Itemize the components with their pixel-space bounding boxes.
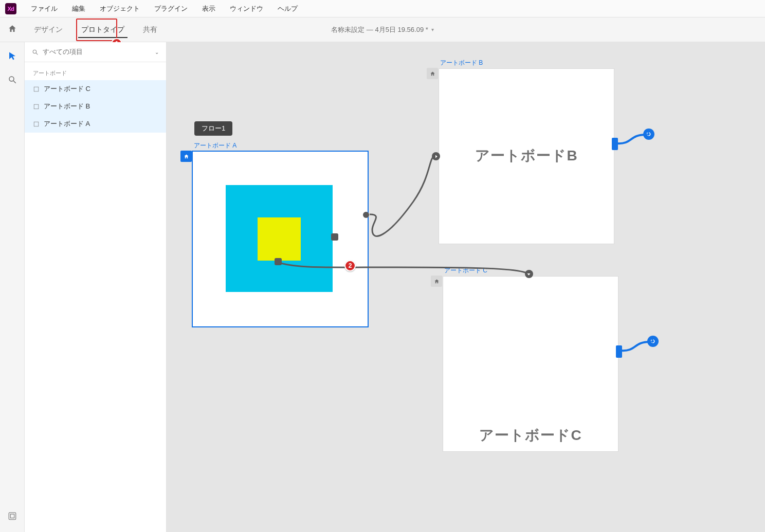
menu-help[interactable]: ヘルプ [278,4,298,13]
layers-panel: すべての項目 ⌄ アートボード アートボード C アートボード B アートボード… [25,42,167,532]
menu-plugins[interactable]: プラグイン [154,4,188,13]
app-menubar: Xd ファイル 編集 オブジェクト プラグイン 表示 ウィンドウ ヘルプ [0,0,765,17]
artboard-a[interactable]: アートボード A [193,152,368,326]
home-icon[interactable] [0,24,25,35]
artboard-icon [33,103,40,110]
artboard-home-icon[interactable] [427,68,438,79]
svg-rect-2 [9,512,16,520]
artboard-c[interactable]: アートボード C アートボードC [443,277,618,451]
artboard-icon [33,86,40,93]
layer-item-label: アートボード B [44,102,90,111]
layers-search-placeholder: すべての項目 [43,47,151,57]
svg-rect-8 [34,122,39,126]
menu-window[interactable]: ウィンドウ [230,4,263,13]
search-icon [32,49,39,56]
shape-yellow-square[interactable] [258,217,301,261]
svg-line-1 [13,81,16,83]
menu-file[interactable]: ファイル [31,4,58,13]
wire-source-handle[interactable] [275,258,282,265]
wire-target-arrow-icon[interactable] [525,270,533,278]
svg-rect-6 [34,87,39,91]
wire-target-arrow-icon[interactable] [432,152,440,160]
layer-item-artboard-a[interactable]: アートボード A [25,115,166,133]
return-back-icon[interactable] [643,129,654,140]
artboard-c-text: アートボードC [443,426,618,445]
xd-logo-icon: Xd [5,3,16,14]
artboard-a-label[interactable]: アートボード A [194,141,236,150]
svg-rect-3 [10,514,14,518]
tab-prototype[interactable]: プロトタイプ [72,17,134,42]
document-title[interactable]: 名称未設定 — 4月5日 19.56.09 * ▾ [331,25,434,34]
layer-item-artboard-b[interactable]: アートボード B [25,98,166,115]
artboard-b-label[interactable]: アートボード B [440,59,483,67]
artboard-home-icon[interactable] [431,276,442,287]
search-tool-icon[interactable] [8,75,17,86]
layer-item-artboard-c[interactable]: アートボード C [25,80,166,98]
document-title-text: 名称未設定 — 4月5日 19.56.09 * [331,25,428,34]
canvas[interactable]: フロー1 アートボード A アートボード B アートボードB アートボード C … [167,42,765,532]
svg-line-5 [36,53,38,54]
flow-label-chip[interactable]: フロー1 [194,121,232,136]
layers-section-label: アートボード [25,62,166,80]
tab-share[interactable]: 共有 [134,17,167,42]
artboard-icon [33,121,40,127]
chevron-down-icon: ⌄ [155,49,159,55]
chevron-down-icon: ▾ [431,27,434,32]
svg-point-0 [9,77,14,81]
return-back-icon[interactable] [647,336,659,347]
menu-object[interactable]: オブジェクト [100,4,140,13]
select-tool-icon[interactable] [8,51,17,63]
menu-view[interactable]: 表示 [202,4,215,13]
artboard-b-text: アートボードB [439,146,614,166]
menu-edit[interactable]: 編集 [72,4,85,13]
wire-source-handle[interactable] [331,233,338,241]
library-icon[interactable] [8,511,17,523]
layer-item-label: アートボード C [44,84,90,94]
tab-design[interactable]: デザイン [25,17,72,42]
flow-home-icon[interactable] [180,151,192,162]
artboard-c-label[interactable]: アートボード C [444,266,487,275]
svg-rect-7 [34,104,39,109]
wire-handle-dot[interactable] [363,212,369,218]
artboard-b[interactable]: アートボード B アートボードB [439,69,614,244]
tool-strip [0,42,25,532]
layer-item-label: アートボード A [44,119,90,129]
annotation-badge-2: 2 [344,260,356,271]
layers-search[interactable]: すべての項目 ⌄ [25,42,166,62]
svg-point-4 [33,50,37,53]
